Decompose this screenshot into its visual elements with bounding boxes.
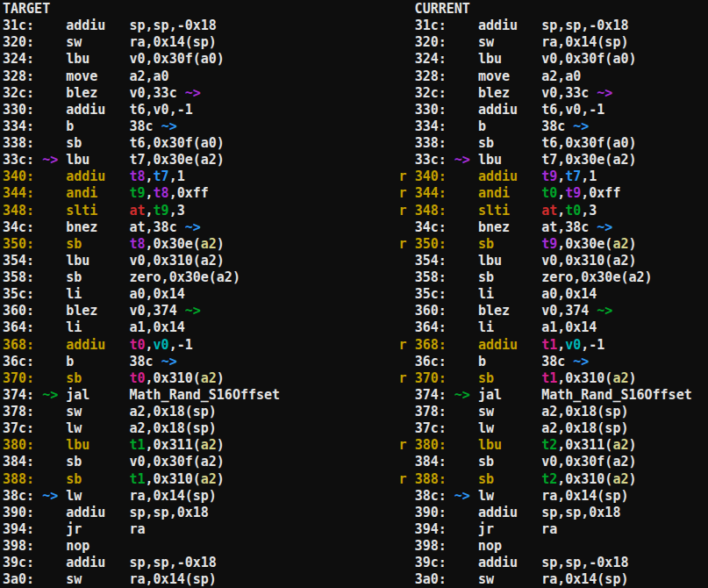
mnemonic: li [478, 319, 541, 335]
operand: Math_Rand_S16Offset [541, 387, 692, 403]
mnemonic: lbu [66, 253, 129, 269]
asm-line: 388: sb t1,0x310(a2) r 388: sb t2,0x310(… [3, 471, 708, 488]
address: 334: [415, 118, 447, 134]
operand: 38c [130, 118, 161, 134]
address: 39c: [415, 555, 447, 570]
asm-line: 354: lbu v0,0x310(a2) 354: lbu v0,0x310(… [3, 253, 708, 269]
operand: ra,0x14(sp) [130, 571, 217, 587]
operand: ) [628, 236, 636, 252]
operand: t7 [565, 169, 581, 184]
mnemonic: sb [478, 269, 541, 285]
asm-line: 370: sb t0,0x310(a2) r 370: sb t1,0x310(… [3, 370, 708, 387]
asm-line: 31c: addiu sp,sp,-0x18 31c: addiu sp,sp,… [3, 18, 708, 34]
operand: ,3 [581, 203, 597, 219]
branch-arrow: ~> [573, 354, 589, 369]
address: 360: [415, 303, 447, 319]
operand: a1,0x14 [541, 319, 597, 335]
mnemonic: lbu [478, 51, 541, 67]
mnemonic: addiu [478, 18, 541, 33]
branch-arrow: ~> [454, 152, 470, 168]
address: 350: [3, 236, 34, 252]
current-column-header: CURRENT [415, 1, 470, 17]
asm-line: 328: move a2,a0 328: move a2,a0 [3, 68, 708, 85]
operand: ,-1 [581, 337, 604, 353]
operand: , [557, 203, 565, 219]
branch-arrow: ~> [573, 118, 589, 134]
operand: t0 [130, 337, 146, 353]
operand: ra,0x14(sp) [541, 488, 628, 504]
branch-arrow: ~> [597, 219, 612, 235]
address: 374: [415, 387, 447, 403]
address: 348: [415, 203, 447, 219]
operand: ,0x311( [146, 437, 201, 453]
asm-line: 37c: lw a2,0x18(sp) 37c: lw a2,0x18(sp) [3, 420, 708, 437]
branch-arrow: ~> [597, 85, 612, 101]
operand: ,3 [169, 203, 185, 219]
operand: a1,0x14 [130, 319, 185, 335]
mnemonic: addiu [66, 555, 129, 570]
operand: v0,0x30f(a0) [541, 51, 636, 67]
address: 394: [3, 521, 34, 537]
operand: ,0x311( [557, 437, 612, 453]
address: 358: [3, 269, 34, 285]
address: 384: [3, 454, 34, 470]
operand: ,1 [581, 169, 597, 184]
operand: a2,0x18(sp) [541, 420, 628, 436]
mnemonic: sw [478, 404, 541, 419]
address: 31c: [3, 18, 34, 33]
operand: at,38c [130, 219, 185, 235]
branch-arrow: ~> [42, 387, 58, 403]
asm-line: 378: sw a2,0x18(sp) 378: sw a2,0x18(sp) [3, 404, 708, 420]
operand: t9 [130, 185, 146, 201]
address: 348: [3, 203, 34, 219]
address: 338: [3, 135, 34, 151]
operand: t2 [541, 471, 557, 487]
asm-line: 364: li a1,0x14 364: li a1,0x14 [3, 319, 708, 336]
address: 360: [3, 303, 34, 319]
address: 34c: [415, 219, 447, 235]
address: 328: [3, 68, 34, 84]
operand: sp,sp,0x18 [130, 505, 209, 520]
asm-line: 32c: blez v0,33c ~> 32c: blez v0,33c ~> [3, 85, 708, 102]
operand: v0,33c [130, 85, 185, 101]
operand: a2 [612, 236, 628, 252]
address: 38c: [415, 488, 447, 504]
address: 364: [415, 319, 447, 335]
asm-line: 324: lbu v0,0x30f(a0) 324: lbu v0,0x30f(… [3, 51, 708, 68]
mnemonic: blez [478, 303, 541, 319]
branch-arrow: ~> [454, 387, 470, 403]
operand: ,0xff [169, 185, 209, 201]
operand: t6,v0,-1 [130, 102, 193, 118]
mnemonic: li [66, 286, 129, 302]
mnemonic: nop [478, 538, 541, 554]
operand: a2,a0 [541, 68, 581, 84]
asm-line: 36c: b 38c ~> 36c: b 38c ~> [3, 354, 708, 370]
address: 370: [3, 370, 34, 386]
asm-line: 320: sw ra,0x14(sp) 320: sw ra,0x14(sp) [3, 34, 708, 51]
operand: sp,sp,-0x18 [130, 555, 217, 570]
operand: t8 [130, 236, 146, 252]
address: 378: [3, 404, 34, 419]
operand: v0,0x310(a2) [130, 253, 225, 269]
operand: t9 [154, 203, 169, 219]
operand: ) [628, 370, 636, 386]
branch-arrow: ~> [161, 354, 177, 369]
address: 390: [415, 505, 447, 520]
address: 33c: [3, 152, 34, 168]
address: 340: [3, 169, 34, 184]
mnemonic: sb [478, 370, 541, 386]
branch-arrow: ~> [185, 85, 201, 101]
operand: a2 [201, 236, 217, 252]
mnemonic: addiu [66, 337, 129, 353]
operand: a0,0x14 [541, 286, 597, 302]
mnemonic: andi [66, 185, 129, 201]
operand: v0,374 [541, 303, 597, 319]
asm-line: 380: lbu t1,0x311(a2) r 380: lbu t2,0x31… [3, 437, 708, 454]
operand: sp,sp,0x18 [541, 505, 620, 520]
address: 3a0: [3, 571, 34, 587]
mnemonic: sb [478, 471, 541, 487]
address: 37c: [415, 420, 447, 436]
rename-marker: r [399, 437, 407, 453]
operand: zero,0x30e(a2) [541, 269, 652, 285]
mnemonic: sb [66, 471, 129, 487]
